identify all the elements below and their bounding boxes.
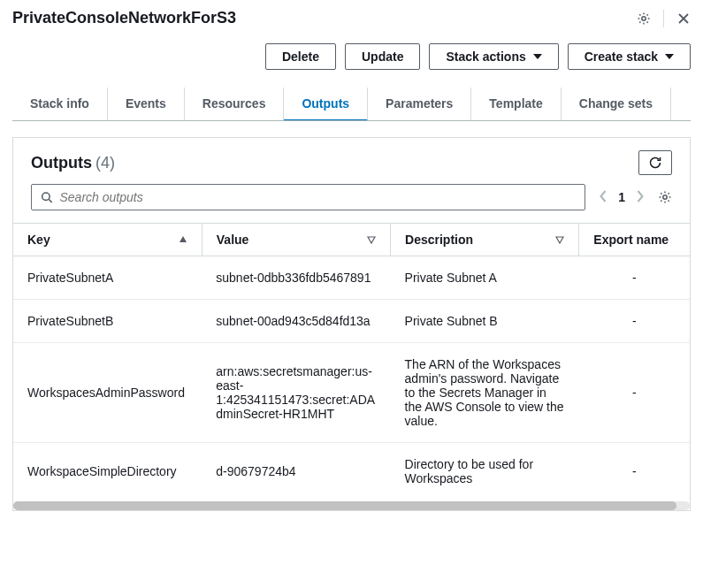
column-label: Description [405,233,473,247]
cell-export-name: - [579,256,690,300]
tab-events[interactable]: Events [108,88,185,120]
refresh-button[interactable] [638,150,672,175]
svg-point-2 [663,195,667,199]
table-row: PrivateSubnetAsubnet-0dbb336fdb5467891Pr… [13,256,690,300]
svg-point-0 [642,16,646,19]
tab-template[interactable]: Template [471,88,561,120]
column-header-export-name[interactable]: Export name [579,224,690,256]
page-number: 1 [618,190,625,204]
chevron-down-icon [665,54,674,59]
gear-icon [637,11,651,26]
cell-key: WorkspacesAdminPassword [13,343,202,443]
cell-export-name: - [579,300,690,343]
action-bar: Delete Update Stack actions Create stack [12,43,691,70]
cell-description: The ARN of the Workspaces admin's passwo… [391,343,579,443]
search-input[interactable] [60,190,577,204]
create-stack-button[interactable]: Create stack [568,43,691,70]
tab-resources[interactable]: Resources [185,88,285,120]
outputs-table: Key Value Description [13,223,690,500]
delete-button[interactable]: Delete [265,43,336,70]
update-button[interactable]: Update [345,43,420,70]
cell-value: subnet-00ad943c5d84fd13a [202,300,390,343]
tab-outputs[interactable]: Outputs [284,88,368,121]
tab-change-sets[interactable]: Change sets [562,88,671,120]
cell-description: Private Subnet A [391,256,579,300]
divider [663,10,664,27]
cell-value: subnet-0dbb336fdb5467891 [202,256,390,300]
chevron-down-icon [533,54,542,59]
pagination: 1 [600,190,644,205]
close-button[interactable] [676,11,691,26]
stack-actions-label: Stack actions [446,50,525,64]
column-header-value[interactable]: Value [202,224,390,256]
svg-point-1 [42,193,50,200]
tab-stack-info[interactable]: Stack info [12,88,108,120]
gear-icon [658,190,672,204]
table-row: WorkspacesAdminPasswordarn:aws:secretsma… [13,343,690,443]
search-icon [41,191,53,203]
cell-value: d-90679724b4 [202,443,390,500]
filter-icon [555,235,564,244]
stack-actions-button[interactable]: Stack actions [429,43,558,70]
close-icon [676,11,691,26]
tabs: Stack infoEventsResourcesOutputsParamete… [12,88,691,121]
prev-page[interactable] [600,190,607,205]
cell-key: WorkspaceSimpleDirectory [13,443,202,500]
tab-parameters[interactable]: Parameters [368,88,471,120]
column-header-key[interactable]: Key [13,224,202,256]
page-title: PrivateConsoleNetworkForS3 [12,9,236,27]
chevron-right-icon [636,190,644,202]
create-stack-label: Create stack [585,50,658,64]
chevron-left-icon [600,190,607,202]
cell-description: Private Subnet B [391,300,579,343]
cell-export-name: - [579,443,690,500]
search-box[interactable] [31,184,585,210]
column-header-description[interactable]: Description [391,224,579,256]
column-label: Value [217,233,249,247]
cell-value: arn:aws:secretsmanager:us-east-1:4253411… [202,343,390,443]
panel-title: Outputs [31,154,92,172]
cell-key: PrivateSubnetA [13,256,202,300]
table-settings-button[interactable] [658,190,672,204]
column-label: Export name [593,233,669,247]
outputs-panel: Outputs (4) 1 [12,137,691,511]
cell-export-name: - [579,343,690,443]
column-label: Key [27,233,50,247]
horizontal-scrollbar[interactable] [13,501,690,510]
header-actions [637,10,691,27]
settings-button[interactable] [637,11,651,26]
table-row: PrivateSubnetBsubnet-00ad943c5d84fd13aPr… [13,300,690,343]
cell-key: PrivateSubnetB [13,300,202,343]
table-row: WorkspaceSimpleDirectoryd-90679724b4Dire… [13,443,690,500]
sort-asc-icon [179,235,187,244]
refresh-icon [648,156,662,170]
cell-description: Directory to be used for Workspaces [391,443,579,500]
next-page[interactable] [636,190,644,205]
filter-icon [367,235,376,244]
panel-count: (4) [96,154,115,172]
